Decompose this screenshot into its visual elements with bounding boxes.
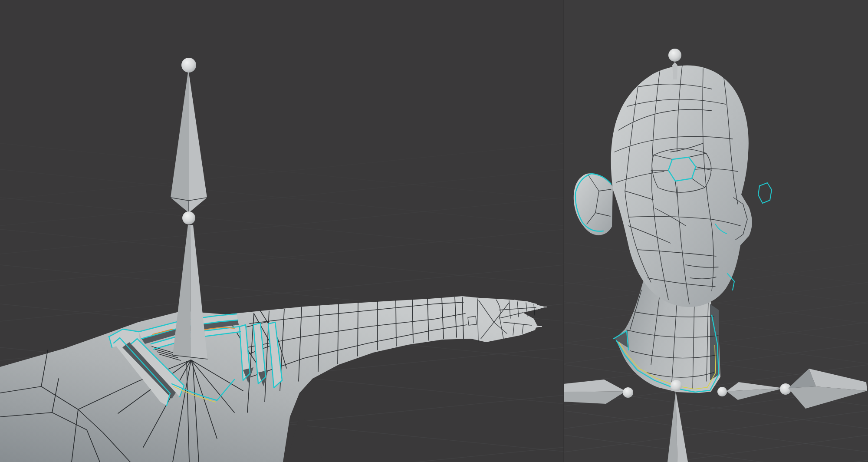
right-viewport[interactable]	[564, 0, 868, 462]
head-tip-sphere[interactable]	[668, 49, 681, 62]
left-viewport[interactable]	[0, 0, 564, 462]
viewport-divider	[563, 0, 564, 462]
viewport-screenshot	[0, 0, 868, 462]
joint-sphere-mid[interactable]	[717, 387, 727, 396]
joint-sphere-left[interactable]	[623, 387, 633, 398]
joint-sphere-neck[interactable]	[671, 380, 682, 391]
bone-joint-sphere[interactable]	[182, 211, 195, 224]
bone-tip-sphere[interactable]	[181, 58, 196, 73]
